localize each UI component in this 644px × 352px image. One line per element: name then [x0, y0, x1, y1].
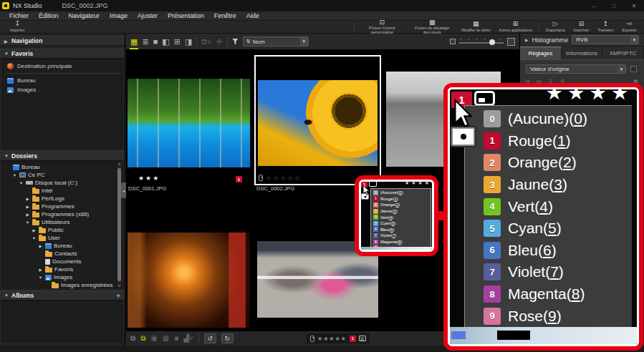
label-menu-item-jaune[interactable]: 3Jaune(3): [465, 174, 632, 196]
grid-overlay-icon[interactable]: ▦: [163, 335, 169, 342]
filter-icon[interactable]: [232, 39, 239, 45]
toolbar-button-diaporama[interactable]: ▷Diaporama: [542, 21, 569, 33]
grid-view-icon[interactable]: ▦: [130, 38, 138, 46]
folder-images-enregistrees[interactable]: Images enregistrées: [3, 281, 122, 289]
label-menu-item-magenta[interactable]: 8Magenta(8): [371, 239, 431, 245]
folder-contacts[interactable]: Contacts: [3, 250, 122, 258]
image-filmstrip-view-icon[interactable]: ◧: [162, 38, 169, 46]
apply-checkbox[interactable]: [630, 66, 637, 72]
menu-item-fichier[interactable]: Fichier: [4, 12, 34, 19]
label-menu-item-orange[interactable]: 2Orange(2): [371, 202, 431, 208]
histogram-overlay-icon[interactable]: ▟˅: [183, 335, 193, 342]
folders-scrollbar[interactable]: ∧∨: [116, 162, 122, 288]
section-favorites[interactable]: ▼ Favoris: [0, 49, 125, 59]
menu-item-edition[interactable]: Édition: [34, 12, 64, 19]
minimize-button[interactable]: –: [584, 3, 604, 9]
sort-dropdown[interactable]: ⇅ Nom ▼: [243, 36, 309, 47]
slider-handle[interactable]: [489, 39, 495, 45]
label-menu-item-rose[interactable]: 9Rose(9): [465, 305, 632, 327]
toolbar-button-picture-control-personnalise[interactable]: ⊡Picture Control personnalisé: [357, 21, 407, 33]
label-menu-item-aucune[interactable]: 0(Aucune)(0): [465, 108, 632, 130]
import-button[interactable]: ↧ Importer: [0, 21, 29, 33]
label-menu-item-jaune[interactable]: 3Jaune(3): [371, 208, 431, 215]
label-menu-item-rouge[interactable]: 1Rouge(1): [371, 196, 431, 202]
label-menu-icon[interactable]: [369, 181, 377, 187]
menu-item-aide[interactable]: Aide: [241, 12, 264, 19]
toolbar-button-imprimer[interactable]: ⊟Imprimer: [569, 21, 594, 33]
list-view-icon[interactable]: ≣: [142, 38, 148, 46]
tab-reglages[interactable]: Réglages: [520, 47, 562, 59]
menu-item-navigateur[interactable]: Navigateur: [64, 12, 105, 19]
maximize-button[interactable]: □: [604, 3, 624, 9]
edit-preset-dropdown[interactable]: Valeur d'origine ▼: [526, 64, 626, 74]
stack-icon[interactable]: ⧉: [130, 335, 135, 342]
folder-documents[interactable]: Documents: [3, 258, 122, 265]
menu-item-ajuster[interactable]: Ajuster: [133, 12, 163, 19]
protect-icon[interactable]: [310, 336, 314, 342]
one-to-one-icon[interactable]: ▣: [150, 335, 157, 342]
add-album-button[interactable]: +: [116, 292, 120, 300]
menu-item-presentation[interactable]: Présentation: [163, 12, 209, 19]
undo-button[interactable]: ↺: [204, 333, 216, 343]
folder-utilisateurs[interactable]: ▼Utilisateurs: [3, 218, 122, 226]
favorite-item-destination-principale[interactable]: Destination principale: [3, 62, 122, 71]
label-menu-item-vert[interactable]: 4Vert(4): [465, 195, 632, 217]
folder-programmes-x86[interactable]: ▶Programmes (x86): [3, 210, 122, 218]
folder-programmes[interactable]: ▶Programmes: [3, 202, 122, 210]
folder-perflogs[interactable]: ▶PerfLogs: [3, 195, 122, 202]
folder-bureau[interactable]: Bureau: [3, 163, 122, 171]
histogram-header[interactable]: ▶ Histogramme RVB ▼: [520, 34, 644, 47]
label-menu-icon[interactable]: [359, 336, 366, 341]
thumbnail-night-alley[interactable]: [128, 233, 250, 328]
rating-stars[interactable]: ☆☆☆☆☆: [266, 175, 302, 182]
stack-active-icon[interactable]: ⧉: [140, 335, 145, 342]
large-thumbnail-icon[interactable]: [507, 38, 515, 46]
toolbar-button-modifier-la-video[interactable]: ▦Modifier la vidéo: [457, 21, 494, 33]
folder-bureau[interactable]: ▶Bureau: [3, 242, 122, 250]
label-menu-item-bleu[interactable]: 6Bleu(6): [465, 240, 632, 262]
menu-item-fenetre[interactable]: Fenêtre: [209, 12, 241, 19]
folder-disque-local-c[interactable]: ▼Disque local (C:): [3, 179, 122, 187]
single-overlay-icon[interactable]: ■: [174, 335, 178, 342]
toolbar-button-transfert[interactable]: ↥Transfert: [593, 21, 617, 33]
label-menu-item-violet[interactable]: 7Violet(7): [371, 233, 431, 239]
label-menu-item-aucune[interactable]: 0(Aucune)(0): [371, 190, 431, 196]
channel-dropdown[interactable]: RVB ▼: [572, 35, 639, 44]
small-thumbnail-icon[interactable]: [450, 39, 456, 44]
split-view-icon[interactable]: ◨: [185, 38, 192, 46]
label-menu-item-magenta[interactable]: 8Magenta(8): [465, 283, 632, 305]
thumbnail-size-slider[interactable]: [459, 38, 504, 45]
tab-informations[interactable]: Informations: [562, 47, 603, 59]
thumbnail-dsc0001[interactable]: [128, 79, 250, 167]
label-menu-item-vert[interactable]: 4Vert(4): [371, 214, 431, 220]
label-menu-item-cyan[interactable]: 5Cyan(5): [465, 217, 632, 240]
toolbar-button-exporter[interactable]: ⇨Exporter: [617, 21, 641, 33]
folder-favoris[interactable]: ▶Favoris: [3, 265, 122, 273]
toolbar-button-autres-applications[interactable]: ⊞Autres applications: [494, 21, 536, 33]
folder-images[interactable]: ▼Images: [3, 273, 122, 281]
label-menu-item-cyan[interactable]: 5Cyan(5): [371, 220, 431, 227]
thumbnail-dsc0002[interactable]: [258, 80, 378, 166]
label-menu-item-orange[interactable]: 2Orange(2): [465, 152, 632, 174]
favorite-item-images[interactable]: Images: [3, 85, 122, 94]
rating-stars[interactable]: ★★★: [138, 175, 160, 182]
rating-stars[interactable]: ★★★★★: [317, 336, 347, 342]
image-view-icon[interactable]: ■: [153, 38, 158, 46]
menu-item-image[interactable]: Image: [105, 12, 133, 19]
folder-ce-pc[interactable]: ▼Ce PC: [3, 171, 122, 179]
section-navigation[interactable]: ▶ Navigation: [0, 36, 125, 46]
label-menu-item-bleu[interactable]: 6Bleu(6): [371, 227, 431, 233]
label-menu-item-violet[interactable]: 7Violet(7): [465, 261, 632, 283]
tab-xmp-iptc[interactable]: XMP/IPTC: [602, 47, 644, 59]
label-menu-icon[interactable]: [474, 91, 495, 106]
redo-button[interactable]: ↻: [221, 333, 234, 343]
folder-intel[interactable]: Intel: [3, 187, 122, 195]
label-menu-item-rouge[interactable]: 1Rouge(1): [465, 130, 632, 152]
close-button[interactable]: ✕: [624, 3, 644, 9]
sidebar-collapse-handle[interactable]: ◂: [121, 182, 126, 198]
folder-user[interactable]: ▼User: [3, 234, 122, 242]
compare-icon[interactable]: ⧉˅: [201, 38, 211, 46]
folder-public[interactable]: ▶Public: [3, 226, 122, 234]
fullscreen-icon[interactable]: ✛: [216, 38, 223, 46]
favorite-item-bureau[interactable]: Bureau: [3, 76, 122, 85]
